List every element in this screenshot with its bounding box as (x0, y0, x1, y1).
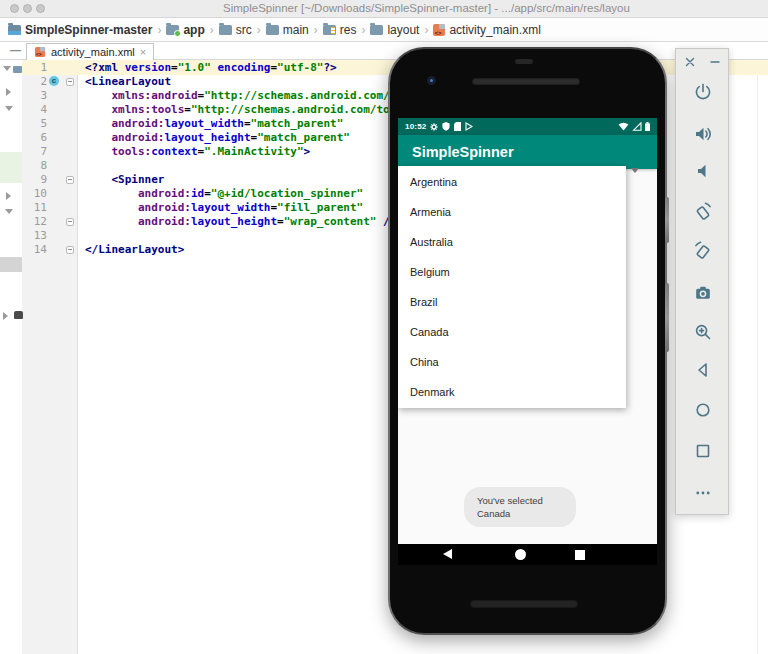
breadcrumb-item-main[interactable]: main (266, 23, 309, 37)
traffic-light-minimize-icon[interactable] (23, 4, 32, 13)
chevron-separator: › (157, 23, 161, 37)
sdcard-icon (454, 122, 461, 131)
toast-message: You've selected Canada (464, 487, 576, 527)
spinner-item-denmark[interactable]: Denmark (398, 377, 626, 407)
android-status-bar: 10:52 (398, 118, 657, 135)
line-number: 14 (34, 243, 47, 256)
spinner-item-armenia[interactable]: Armenia (398, 197, 626, 227)
tree-highlight-block (0, 152, 22, 183)
phone-volume-button (665, 283, 669, 352)
tab-activity-main-xml[interactable]: activity_main.xml × (26, 43, 154, 60)
breadcrumb-item-src[interactable]: src (219, 23, 252, 37)
fold-marker-icon[interactable] (66, 176, 74, 184)
spinner-item-argentina[interactable]: Argentina (398, 167, 626, 197)
home-icon[interactable] (690, 397, 716, 423)
emulator-toolbar (675, 48, 729, 515)
folder-icon (370, 25, 383, 35)
play-outline-icon (465, 122, 473, 131)
breadcrumb-item-res[interactable]: res (323, 23, 357, 37)
chevron-separator: › (314, 23, 318, 37)
spinner-item-australia[interactable]: Australia (398, 227, 626, 257)
project-tree-strip (0, 60, 22, 654)
breadcrumb-item-layout[interactable]: layout (370, 23, 419, 37)
emulator-phone: 10:52 (388, 47, 667, 635)
tree-collapse-icon[interactable] (6, 88, 11, 96)
window-title: SimpleSpinner [~/Downloads/SimpleSpinner… (223, 2, 630, 14)
line-number: 7 (40, 145, 47, 158)
spinner-item-brazil[interactable]: Brazil (398, 287, 626, 317)
front-camera (427, 76, 436, 85)
tree-collapse-icon[interactable] (6, 192, 11, 200)
close-icon[interactable] (677, 49, 703, 75)
rotate-left-icon[interactable] (690, 199, 716, 225)
tree-expand-icon[interactable] (5, 209, 13, 214)
minimize-icon[interactable] (702, 49, 728, 75)
spinner-dropdown-arrow-icon[interactable] (631, 168, 639, 173)
traffic-light-zoom-icon[interactable] (36, 4, 45, 13)
volume-down-icon[interactable] (690, 158, 716, 184)
shield-icon (442, 122, 450, 131)
tab-label: activity_main.xml (51, 46, 135, 58)
tab-close-icon[interactable]: × (140, 47, 146, 58)
breadcrumb-item-activity-main-xml[interactable]: activity_main.xml (433, 23, 540, 37)
tab-bar-dash: — (10, 44, 21, 56)
line-number: 9 (40, 173, 47, 186)
volume-up-icon[interactable] (690, 121, 716, 147)
chevron-separator: › (424, 23, 428, 37)
breadcrumb-item-simplespinner-master[interactable]: SimpleSpinner-master (8, 23, 152, 37)
wifi-icon (618, 122, 629, 131)
status-time: 10:52 (405, 122, 426, 131)
spinner-item-canada[interactable]: Canada (398, 317, 626, 347)
traffic-light-close-icon[interactable] (10, 4, 19, 13)
fold-marker-icon[interactable] (66, 246, 74, 254)
xml-file-icon (433, 24, 445, 36)
rotate-right-icon[interactable] (690, 238, 716, 264)
power-icon[interactable] (690, 79, 716, 105)
breadcrumb: SimpleSpinner-master›app›src›main›res›la… (8, 23, 541, 37)
fold-marker-icon[interactable] (66, 218, 74, 226)
line-number: 11 (34, 201, 47, 214)
android-nav-bar (398, 544, 657, 565)
bottom-speaker (470, 600, 578, 608)
fold-marker-icon[interactable] (66, 78, 74, 86)
cell-signal-icon (632, 122, 642, 131)
chevron-separator: › (257, 23, 261, 37)
toast-line2: Canada (477, 507, 563, 520)
gradle-node-icon (14, 311, 23, 319)
folder-icon (219, 25, 232, 35)
line-number: 13 (34, 229, 47, 242)
line-number: 1 (40, 61, 47, 74)
line-number: 12 (34, 215, 47, 228)
tree-expand-icon[interactable] (3, 66, 11, 71)
phone-screen[interactable]: 10:52 (398, 118, 657, 565)
module-folder-icon (166, 25, 179, 35)
spinner-item-belgium[interactable]: Belgium (398, 257, 626, 287)
screenshot-icon[interactable] (690, 280, 716, 306)
nav-overview-icon[interactable] (575, 550, 585, 560)
class-gutter-badge[interactable]: c (49, 76, 59, 86)
editor-gutter: 12c34567891011121314 (22, 60, 78, 654)
line-number: 5 (40, 117, 47, 130)
project-folder-icon (8, 25, 21, 35)
breadcrumb-item-app[interactable]: app (166, 23, 204, 37)
folder-icon (266, 25, 279, 35)
toast-line1: You've selected (477, 494, 563, 507)
battery-icon (645, 122, 650, 131)
phone-power-button (665, 197, 669, 243)
breadcrumb-bar: SimpleSpinner-master›app›src›main›res›la… (0, 18, 768, 42)
back-icon[interactable] (690, 357, 716, 383)
tree-expand-icon[interactable] (5, 106, 13, 111)
line-number: 4 (40, 103, 47, 116)
nav-back-icon[interactable] (443, 549, 452, 559)
chevron-separator: › (210, 23, 214, 37)
overview-icon[interactable] (690, 438, 716, 464)
line-number: 8 (40, 159, 47, 172)
spinner-item-china[interactable]: China (398, 347, 626, 377)
chevron-separator: › (361, 23, 365, 37)
folder-icon (13, 66, 22, 73)
zoom-icon[interactable] (690, 319, 716, 345)
app-title: SimpleSpinner (412, 144, 514, 160)
nav-home-icon[interactable] (515, 549, 526, 560)
more-icon[interactable] (690, 480, 716, 506)
tree-collapse-icon[interactable] (3, 312, 8, 320)
